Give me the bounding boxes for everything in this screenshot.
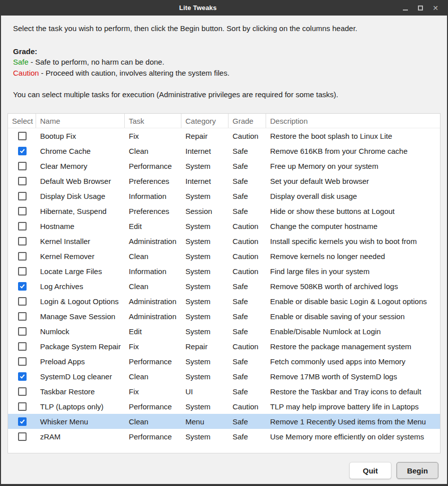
cell-category: System <box>181 267 229 276</box>
titlebar[interactable]: Lite Tweaks ✕ <box>1 0 447 16</box>
task-checkbox[interactable] <box>18 432 27 441</box>
cell-description: Restore the Taskbar and Tray icons to de… <box>266 387 440 396</box>
caution-description: - Proceed with caution, involves alterin… <box>39 69 230 77</box>
task-checkbox[interactable] <box>18 402 27 411</box>
table-body: Bootup Fix Fix Repair Caution Restore th… <box>8 128 440 444</box>
column-header-grade[interactable]: Grade <box>229 114 266 128</box>
table-row[interactable]: Taskbar Restore Fix UI Safe Restore the … <box>8 384 440 399</box>
cell-description: Change the computer hostname <box>266 222 440 230</box>
cell-task: Administration <box>125 297 181 306</box>
task-checkbox[interactable] <box>18 132 27 140</box>
cell-description: Remove 1 Recently Used items from the Me… <box>266 417 440 426</box>
maximize-button[interactable] <box>414 2 427 14</box>
quit-button[interactable]: Quit <box>349 462 391 479</box>
cell-category: Menu <box>181 417 229 426</box>
column-header-description[interactable]: Description <box>266 114 440 128</box>
task-checkbox[interactable] <box>18 372 27 381</box>
grade-legend-safe-line: Safe - Safe to perform, no harm can be d… <box>13 57 435 68</box>
cell-description: Use Memory more efficiently on older sys… <box>266 432 440 441</box>
task-checkbox[interactable] <box>18 387 27 396</box>
cell-task: Edit <box>125 327 181 336</box>
cell-grade: Caution <box>229 222 266 230</box>
task-checkbox[interactable] <box>18 147 27 155</box>
cell-name: Whisker Menu <box>36 417 125 426</box>
cell-task: Clean <box>125 282 181 291</box>
task-checkbox[interactable] <box>18 252 27 261</box>
task-checkbox[interactable] <box>18 297 27 306</box>
task-checkbox[interactable] <box>18 282 27 291</box>
cell-task: Clean <box>125 252 181 261</box>
cell-name: Login & Logout Options <box>36 297 125 306</box>
cell-description: Set your default Web browser <box>266 177 440 185</box>
table-row[interactable]: Login & Logout Options Administration Sy… <box>8 294 440 309</box>
table-row[interactable]: Default Web Browser Preferences Internet… <box>8 173 440 188</box>
task-checkbox[interactable] <box>18 327 27 336</box>
cell-description: Install specific kernels you wish to boo… <box>266 237 440 246</box>
task-checkbox[interactable] <box>18 312 27 321</box>
cell-select <box>8 417 36 426</box>
table-row[interactable]: Hibernate, Suspend Preferences Session S… <box>8 203 440 218</box>
table-row[interactable]: SystemD Log cleaner Clean System Safe Re… <box>8 369 440 384</box>
cell-select <box>8 147 36 155</box>
table-row[interactable]: Display Disk Usage Information System Sa… <box>8 188 440 203</box>
task-checkbox[interactable] <box>18 237 27 246</box>
cell-grade: Safe <box>229 327 266 336</box>
window-content: Select the task you wish to perform, the… <box>1 16 447 484</box>
cell-grade: Safe <box>229 177 266 185</box>
task-checkbox[interactable] <box>18 417 27 426</box>
task-checkbox[interactable] <box>18 177 27 185</box>
check-icon <box>20 418 25 423</box>
cell-category: System <box>181 327 229 336</box>
table-row[interactable]: Clear Memory Performance System Safe Fre… <box>8 158 440 173</box>
cell-grade: Safe <box>229 207 266 215</box>
safe-description: - Safe to perform, no harm can be done. <box>29 58 164 66</box>
column-header-select[interactable]: Select <box>8 114 36 128</box>
table-row[interactable]: Kernel Installer Administration System C… <box>8 233 440 249</box>
cell-category: Repair <box>181 132 229 140</box>
cell-select <box>8 207 36 215</box>
task-checkbox[interactable] <box>18 207 27 215</box>
minimize-button[interactable] <box>399 2 412 14</box>
table-row[interactable]: Chrome Cache Clean Internet Safe Remove … <box>8 143 440 158</box>
cell-grade: Caution <box>229 252 266 261</box>
table-row[interactable]: Log Archives Clean System Safe Remove 50… <box>8 279 440 294</box>
table-row[interactable]: Whisker Menu Clean Menu Safe Remove 1 Re… <box>8 414 440 429</box>
task-checkbox[interactable] <box>18 192 27 200</box>
grade-legend-heading: Grade: <box>13 46 435 57</box>
minimize-icon <box>403 10 408 11</box>
cell-category: System <box>181 282 229 291</box>
table-row[interactable]: Locate Large Files Information System Ca… <box>8 264 440 279</box>
table-row[interactable]: Manage Save Session Administration Syste… <box>8 309 440 324</box>
cell-category: System <box>181 237 229 246</box>
column-header-category[interactable]: Category <box>181 114 229 128</box>
task-checkbox[interactable] <box>18 162 27 170</box>
table-row[interactable]: TLP (Laptops only) Performance System Ca… <box>8 399 440 414</box>
cell-task: Information <box>125 267 181 276</box>
close-button[interactable]: ✕ <box>429 2 442 14</box>
table-row[interactable]: Preload Apps Performance System Safe Fet… <box>8 354 440 369</box>
begin-button[interactable]: Begin <box>396 462 438 479</box>
cell-category: UI <box>181 387 229 396</box>
cell-category: System <box>181 297 229 306</box>
cell-task: Performance <box>125 432 181 441</box>
task-checkbox[interactable] <box>18 267 27 276</box>
task-checkbox[interactable] <box>18 357 27 366</box>
table-row[interactable]: Hostname Edit System Caution Change the … <box>8 218 440 233</box>
bottom-bar: Quit Begin <box>1 453 447 484</box>
table-row[interactable]: Kernel Remover Clean System Caution Remo… <box>8 249 440 264</box>
task-checkbox[interactable] <box>18 222 27 230</box>
column-header-task[interactable]: Task <box>125 114 181 128</box>
cell-name: zRAM <box>36 432 125 441</box>
cell-description: Remove kernels no longer needed <box>266 252 440 261</box>
table-row[interactable]: Package System Repair Fix Repair Caution… <box>8 339 440 354</box>
cell-category: System <box>181 432 229 441</box>
table-row[interactable]: zRAM Performance System Safe Use Memory … <box>8 429 440 444</box>
close-icon: ✕ <box>432 5 438 12</box>
cell-grade: Safe <box>229 162 266 170</box>
task-checkbox[interactable] <box>18 342 27 351</box>
table-row[interactable]: Numlock Edit System Safe Enable/Disable … <box>8 324 440 339</box>
safe-word: Safe <box>13 58 29 66</box>
table-row[interactable]: Bootup Fix Fix Repair Caution Restore th… <box>8 128 440 143</box>
cell-grade: Safe <box>229 417 266 426</box>
column-header-name[interactable]: Name <box>36 114 125 128</box>
